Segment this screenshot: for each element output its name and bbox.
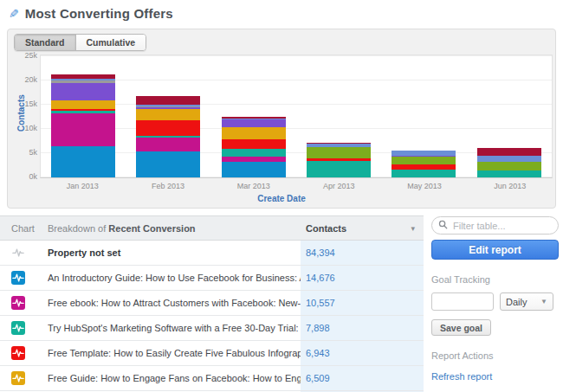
report-action-link-refresh-report[interactable]: Refresh report <box>431 371 559 382</box>
bar-segment-maroon-offer[interactable] <box>477 148 541 156</box>
pulse-chart-icon[interactable] <box>11 346 25 360</box>
bar-slot-mar-2013 <box>211 56 296 177</box>
tab-cumulative[interactable]: Cumulative <box>75 35 146 50</box>
stacked-bar[interactable] <box>307 143 371 177</box>
column-header-contacts[interactable]: Contacts ▾ <box>301 223 424 234</box>
table-row[interactable]: Free Template: How to Easily Create Five… <box>0 341 424 366</box>
bar-segment-red-offer[interactable] <box>222 139 286 149</box>
bar-segment-magenta-offer[interactable] <box>136 138 200 151</box>
bar-segment-blue-offer[interactable] <box>136 151 200 177</box>
bar-segment-green-offer[interactable] <box>307 147 371 158</box>
contacts-cell: 7,898 <box>301 316 424 340</box>
bar-segment-gold-offer[interactable] <box>51 100 115 109</box>
bar-segment-maroon-offer[interactable] <box>136 96 200 106</box>
bar-slot-may-2013 <box>381 56 466 177</box>
goal-frequency-value: Daily <box>506 297 527 307</box>
pulse-chart-icon[interactable] <box>11 246 25 260</box>
stacked-bar[interactable] <box>136 96 200 177</box>
bar-segment-steelblue-offer[interactable] <box>477 156 541 162</box>
table-row[interactable]: Property not set 84,394 <box>0 241 424 266</box>
row-chart-cell <box>0 241 48 265</box>
bar-segment-red-offer[interactable] <box>136 120 200 136</box>
bar-segment-blue-offer[interactable] <box>222 162 286 178</box>
bar-slot-feb-2013 <box>126 56 210 177</box>
bar-slot-apr-2013 <box>296 56 381 177</box>
save-goal-button[interactable]: Save goal <box>431 319 491 336</box>
row-chart-cell <box>0 341 48 365</box>
y-tick-label: 10k <box>11 124 37 132</box>
contacts-value-link[interactable]: 6,509 <box>306 373 330 383</box>
row-chart-cell <box>0 316 48 340</box>
offer-name: An Introductory Guide: How to Use Facebo… <box>48 266 301 290</box>
x-axis-label: Create Date <box>8 194 555 203</box>
contacts-cell: 10,557 <box>301 291 424 315</box>
table-body: Property not set 84,394 An Introductory … <box>0 241 424 392</box>
chart-mode-tabs: Standard Cumulative <box>14 34 146 51</box>
bar-segment-gold-offer[interactable] <box>222 127 286 139</box>
edit-pencil-icon[interactable]: ✎ <box>9 7 19 21</box>
row-chart-cell <box>0 266 48 290</box>
bar-segment-green-offer[interactable] <box>392 157 456 165</box>
filter-table-field <box>431 216 559 235</box>
stacked-bar[interactable] <box>222 117 286 177</box>
goal-value-input[interactable] <box>431 292 494 311</box>
breakdown-bold: Recent Conversion <box>108 223 195 234</box>
stacked-bar[interactable] <box>392 151 456 177</box>
stacked-bar-chart <box>40 55 553 178</box>
pulse-chart-icon[interactable] <box>11 371 25 385</box>
bar-segment-purple-offer[interactable] <box>222 119 286 127</box>
contacts-value-link[interactable]: 6,943 <box>306 348 330 358</box>
bar-segment-green-offer[interactable] <box>477 162 541 170</box>
offer-name: Property not set <box>48 241 301 265</box>
bars-container <box>41 56 552 177</box>
tab-standard[interactable]: Standard <box>15 35 75 50</box>
table-row[interactable]: Free Guide: How to Engage Fans on Facebo… <box>0 366 424 391</box>
contacts-label: Contacts <box>306 223 346 234</box>
bar-segment-blue-offer[interactable] <box>51 146 115 177</box>
breakdown-prefix: Breakdown of <box>48 223 108 234</box>
column-header-chart[interactable]: Chart <box>0 223 48 234</box>
x-tick-label: Jun 2013 <box>467 182 553 190</box>
contacts-value-link[interactable]: 14,676 <box>306 273 335 283</box>
offer-name: Try HubSpot's Marketing Software with a … <box>48 316 301 340</box>
bar-segment-teal-offer[interactable] <box>477 170 541 177</box>
offer-name: Free Guide: How to Engage Fans on Facebo… <box>48 366 301 390</box>
offer-name: Free Template: How to Easily Create Five… <box>48 341 301 365</box>
table-row[interactable]: Free ebook: How to Attract Customers wit… <box>0 291 424 316</box>
edit-report-button[interactable]: Edit report <box>431 240 559 260</box>
row-chart-cell <box>0 291 48 315</box>
report-header: ✎ Most Converting Offers <box>9 6 173 21</box>
table-row[interactable]: An Introductory Guide: How to Use Facebo… <box>0 266 424 291</box>
table-header: Chart Breakdown of Recent Conversion Con… <box>0 215 424 241</box>
page-title: Most Converting Offers <box>25 6 173 21</box>
y-tick-label: 0k <box>11 172 37 181</box>
table-row[interactable]: Try HubSpot's Marketing Software with a … <box>0 316 424 341</box>
bar-segment-magenta-offer[interactable] <box>51 113 115 146</box>
goal-tracking-controls: Daily ▼ <box>431 292 559 311</box>
breakdown-table: Chart Breakdown of Recent Conversion Con… <box>0 215 424 392</box>
goal-frequency-select[interactable]: Daily ▼ <box>500 292 553 311</box>
column-header-breakdown[interactable]: Breakdown of Recent Conversion <box>48 223 301 234</box>
bar-segment-teal-offer[interactable] <box>222 149 286 157</box>
sort-caret-icon[interactable]: ▾ <box>411 224 415 233</box>
report-actions-links: Refresh reportEmail this reportExport th… <box>431 371 559 392</box>
contacts-value-link[interactable]: 10,557 <box>306 298 335 308</box>
contacts-value-link[interactable]: 7,898 <box>306 323 330 333</box>
pulse-chart-icon[interactable] <box>11 296 25 310</box>
x-tick-label: Apr 2013 <box>296 182 382 190</box>
bar-segment-purple-offer[interactable] <box>51 83 115 101</box>
pulse-chart-icon[interactable] <box>11 321 25 335</box>
x-tick-label: Feb 2013 <box>126 182 211 190</box>
contacts-value-link[interactable]: 84,394 <box>306 247 335 258</box>
pulse-chart-icon[interactable] <box>11 271 25 285</box>
stacked-bar[interactable] <box>51 74 115 177</box>
bar-segment-gold-offer[interactable] <box>136 109 200 120</box>
bar-segment-teal-offer[interactable] <box>392 170 456 177</box>
bar-segment-teal-offer[interactable] <box>307 161 371 177</box>
stacked-bar[interactable] <box>477 148 541 177</box>
x-tick-label: May 2013 <box>382 182 468 190</box>
y-tick-label: 5k <box>11 148 37 157</box>
y-tick-label: 20k <box>11 75 37 84</box>
report-actions-heading: Report Actions <box>431 350 559 361</box>
filter-table-input[interactable] <box>431 216 559 235</box>
